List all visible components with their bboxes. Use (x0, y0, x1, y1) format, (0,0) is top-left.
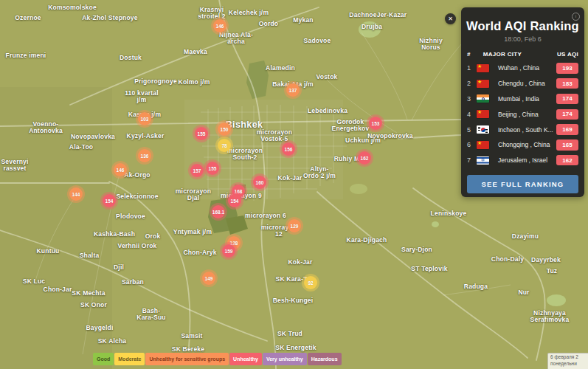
aqi-marker[interactable]: 155 (195, 127, 208, 140)
ranking-row[interactable]: 5Incheon , South K...169 (461, 122, 584, 137)
ranking-row[interactable]: 4Beijing , China174 (461, 106, 584, 122)
aqi-value-badge: 165 (556, 139, 578, 151)
aqi-marker[interactable]: 156 (282, 142, 295, 156)
panel-title: World AQI Ranking (461, 19, 584, 33)
aqi-marker[interactable]: 154 (103, 194, 116, 207)
china-flag-icon (477, 110, 489, 118)
aqi-marker[interactable]: 154 (228, 194, 241, 207)
aqi-value-badge: 193 (556, 63, 578, 74)
aqi-marker[interactable]: 146 (114, 163, 127, 176)
aqi-marker[interactable]: 78 (218, 139, 231, 152)
city-name: Jerusalem , Israel (498, 156, 547, 164)
legend-item-unhealthy-for-sensitive-groups: Unhealthy for sensitive groups (145, 353, 229, 365)
aqi-marker[interactable]: 92 (304, 276, 317, 289)
info-icon[interactable]: i (572, 13, 580, 21)
aqi-marker[interactable]: 155 (206, 162, 219, 175)
column-aqi: US AQI (557, 51, 578, 58)
ranking-row[interactable]: 6Chongqing , China165 (461, 137, 584, 153)
date-overlay: 6 февраля 2 понедельни (547, 353, 588, 369)
israel-flag-icon (477, 156, 489, 165)
china-flag-icon (477, 80, 489, 88)
aqi-marker[interactable]: 153 (369, 117, 382, 130)
city-name: Mumbai , India (498, 95, 539, 103)
korea-flag-icon (477, 125, 489, 134)
aqi-value-badge: 183 (556, 78, 578, 89)
aqi-marker[interactable]: 136 (138, 149, 151, 162)
aqi-value-badge: 174 (556, 94, 578, 105)
aqi-value-badge: 169 (556, 124, 578, 135)
panel-timestamp: 18:00, Feb 6 (461, 35, 584, 43)
column-rank: # (467, 51, 471, 58)
aqi-marker[interactable]: 137 (286, 83, 300, 97)
aqi-marker[interactable]: 160 (253, 176, 266, 189)
aqi-marker[interactable]: 157 (190, 164, 204, 177)
legend-item-moderate: Moderate (114, 353, 145, 365)
aqi-value-badge: 174 (556, 109, 578, 120)
aqi-marker[interactable]: 150 (218, 123, 231, 136)
ranking-row[interactable]: 1Wuhan , China193 (461, 61, 584, 76)
ranking-row[interactable]: 2Chengdu , China183 (461, 76, 584, 92)
rank-number: 2 (467, 80, 477, 87)
city-name: Incheon , South K... (498, 126, 553, 134)
aqi-marker[interactable]: 146 (213, 19, 226, 32)
china-flag-icon (477, 141, 489, 149)
rank-number: 1 (467, 64, 477, 72)
world-aqi-ranking-panel: i World AQI Ranking 18:00, Feb 6 # MAJOR… (461, 7, 584, 197)
legend-item-unhealthy: Unhealthy (229, 353, 262, 365)
see-full-ranking-button[interactable]: SEE FULL RANKING (467, 175, 578, 193)
city-name: Chengdu , China (498, 80, 545, 87)
rank-number: 7 (467, 156, 477, 164)
aqi-marker[interactable]: 159 (222, 244, 235, 258)
china-flag-icon (477, 64, 489, 72)
legend-item-hazardous: Hazardous (308, 353, 342, 365)
rank-number: 6 (467, 141, 477, 148)
aqi-legend: GoodModerateUnhealthy for sensitive grou… (93, 353, 342, 365)
column-city: MAJOR CITY (483, 51, 522, 58)
india-flag-icon (477, 94, 489, 103)
rank-number: 4 (467, 111, 477, 118)
close-icon[interactable]: ✕ (445, 13, 456, 24)
legend-item-very-unhealthy: Very unhealthy (263, 353, 307, 365)
city-name: Wuhan , China (498, 64, 539, 72)
rank-number: 5 (467, 126, 477, 134)
aqi-marker[interactable]: 149 (202, 272, 215, 285)
city-name: Chongqing , China (498, 141, 550, 148)
aqi-marker[interactable]: 129 (288, 219, 301, 232)
aqi-marker[interactable]: 103 (138, 112, 151, 125)
aqi-marker[interactable]: 144 (69, 187, 83, 201)
ranking-row[interactable]: 3Mumbai , India174 (461, 92, 584, 107)
city-name: Beijing , China (498, 111, 539, 118)
legend-item-good: Good (93, 353, 114, 365)
rank-number: 3 (467, 95, 477, 103)
ranking-rows: 1Wuhan , China1932Chengdu , China1833Mum… (461, 61, 584, 168)
aqi-marker[interactable]: 162 (358, 151, 371, 165)
aqi-value-badge: 162 (556, 155, 578, 166)
ranking-header: # MAJOR CITY US AQI (461, 51, 584, 58)
ranking-row[interactable]: 7Jerusalem , Israel162 (461, 153, 584, 168)
